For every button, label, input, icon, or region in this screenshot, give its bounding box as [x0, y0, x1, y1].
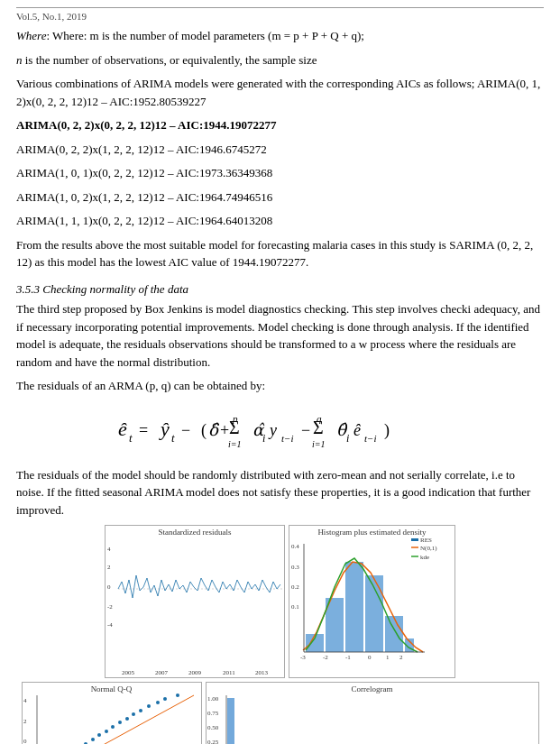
svg-point-85 [132, 712, 135, 716]
svg-text:0.3: 0.3 [291, 564, 299, 571]
arima-model-2: ARIMA(1, 0, 1)x(0, 2, 2, 12)12 – AIC:197… [16, 164, 544, 182]
equation-block: ê t = ŷ t − ( δ̂ + p Σ i=1 α̂ i y t−i − … [16, 404, 544, 457]
svg-text:ê: ê [118, 418, 127, 440]
svg-text:y: y [268, 421, 277, 439]
residuals-para2: The residuals of the model should be ran… [16, 466, 544, 519]
svg-text:−: − [181, 421, 190, 439]
arima-model-3: ARIMA(1, 0, 2)x(1, 2, 2, 12)12 – AIC:196… [16, 188, 544, 207]
svg-text:RES: RES [420, 537, 432, 544]
svg-point-83 [118, 721, 122, 724]
residuals-intro: The residuals of an ARMA (p, q) can be o… [16, 377, 544, 395]
svg-text:-2: -2 [323, 654, 328, 661]
svg-text:t−i: t−i [364, 433, 377, 444]
svg-text:-4: -4 [107, 621, 113, 629]
chart-qq-title: Normal Q-Q [23, 684, 201, 693]
svg-text:0.50: 0.50 [207, 724, 219, 731]
svg-text:Σ: Σ [313, 418, 324, 437]
chart-normal-qq: Normal Q-Q 4 2 0 -2 -4 -2 -1 0 1 2 [22, 682, 202, 744]
svg-text:4: 4 [107, 546, 111, 553]
svg-text:+: + [220, 421, 229, 439]
svg-point-91 [176, 693, 179, 697]
svg-point-82 [111, 725, 115, 729]
svg-text:-3: -3 [300, 654, 306, 661]
svg-point-87 [147, 704, 151, 708]
svg-text:0: 0 [23, 738, 27, 744]
chart-left-title: Standardized residuals [106, 528, 284, 537]
svg-text:0.25: 0.25 [207, 739, 219, 744]
combinations-para: Various combinations of ARIMA models wer… [16, 75, 544, 110]
svg-text:): ) [384, 421, 390, 440]
where-para: Where: Where: m is the number of model p… [16, 27, 544, 45]
svg-text:1: 1 [386, 654, 390, 661]
svg-text:i=1: i=1 [228, 439, 242, 449]
svg-text:−: − [301, 421, 310, 439]
svg-text:Σ: Σ [229, 418, 240, 437]
svg-text:1.00: 1.00 [207, 695, 219, 703]
svg-point-80 [97, 733, 101, 737]
svg-text:0.2: 0.2 [291, 583, 299, 591]
svg-text:4: 4 [23, 697, 27, 704]
svg-text:2: 2 [399, 654, 403, 661]
chart-correlogram-title: Correlogram [207, 684, 538, 693]
where-text: Where: m is the number of model paramete… [52, 29, 364, 42]
svg-text:t−i: t−i [281, 433, 294, 444]
svg-text:-1: -1 [345, 654, 351, 661]
svg-text:0.75: 0.75 [207, 710, 219, 717]
svg-text:i: i [262, 432, 265, 445]
svg-point-88 [156, 701, 160, 704]
vol-header: Vol.5, No.1, 2019 [16, 7, 544, 22]
svg-text:ŷ: ŷ [159, 418, 170, 440]
svg-text:2011: 2011 [223, 669, 235, 676]
svg-text:2007: 2007 [155, 669, 169, 676]
svg-line-71 [39, 695, 194, 744]
svg-point-84 [125, 717, 129, 721]
arima-model-0: ARIMA(0, 2, 2)x(0, 2, 2, 12)12 – AIC:194… [16, 116, 544, 134]
svg-text:2013: 2013 [255, 669, 269, 676]
from-results-para: From the results above the most suitable… [16, 236, 544, 271]
svg-text:t: t [171, 431, 175, 445]
svg-text:i=1: i=1 [312, 439, 326, 449]
svg-rect-112 [227, 698, 234, 744]
svg-point-81 [105, 730, 108, 733]
chart-mid-title: Histogram plus estimated density [289, 528, 454, 537]
chart-standardized-residuals: Standardized residuals 4 2 0 -2 -4 2005 … [105, 525, 285, 678]
n-para: n is the number of observations, or equi… [16, 51, 544, 69]
svg-text:t: t [129, 431, 133, 445]
checking-para: The third step proposed by Box Jenkins i… [16, 300, 544, 371]
svg-text:(: ( [201, 421, 207, 440]
svg-text:0: 0 [107, 583, 111, 591]
svg-point-89 [163, 697, 167, 701]
svg-text:i: i [346, 432, 349, 445]
chart-histogram: Histogram plus estimated density RES N(0… [289, 525, 455, 678]
svg-text:ê: ê [353, 421, 361, 439]
svg-text:2009: 2009 [188, 669, 202, 676]
svg-text:kde: kde [420, 554, 429, 561]
svg-text:-2: -2 [107, 603, 113, 611]
figures-top-row: Standardized residuals 4 2 0 -2 -4 2005 … [16, 525, 544, 678]
svg-point-79 [91, 738, 95, 741]
arima-model-4: ARIMA(1, 1, 1)x(0, 2, 2, 12)12 – AIC:196… [16, 212, 544, 230]
svg-rect-37 [411, 538, 418, 541]
equation: ê t = ŷ t − ( δ̂ + p Σ i=1 α̂ i y t−i − … [114, 404, 447, 457]
svg-text:2005: 2005 [122, 669, 135, 676]
svg-text:N(0,1): N(0,1) [420, 545, 437, 552]
section-heading: 3.5.3 Checking normality of the data [16, 280, 544, 299]
svg-text:=: = [139, 421, 148, 439]
svg-text:0.4: 0.4 [291, 543, 299, 550]
figures-bottom-row: Normal Q-Q 4 2 0 -2 -4 -2 -1 0 1 2 [16, 682, 544, 744]
svg-text:0.1: 0.1 [291, 603, 299, 611]
chart-correlogram: Correlogram 1.00 0.75 0.50 0.25 0.00 -0.… [206, 682, 539, 744]
svg-text:0: 0 [368, 654, 372, 661]
svg-text:δ̂: δ̂ [208, 421, 220, 439]
svg-rect-57 [385, 616, 403, 652]
arima-model-1: ARIMA(0, 2, 2)x(1, 2, 2, 12)12 – AIC:194… [16, 141, 544, 159]
svg-point-86 [139, 709, 142, 712]
svg-rect-55 [345, 562, 363, 652]
svg-text:2: 2 [23, 718, 27, 725]
svg-text:2: 2 [107, 564, 111, 571]
vol-text: Vol.5, No.1, 2019 [16, 11, 87, 22]
